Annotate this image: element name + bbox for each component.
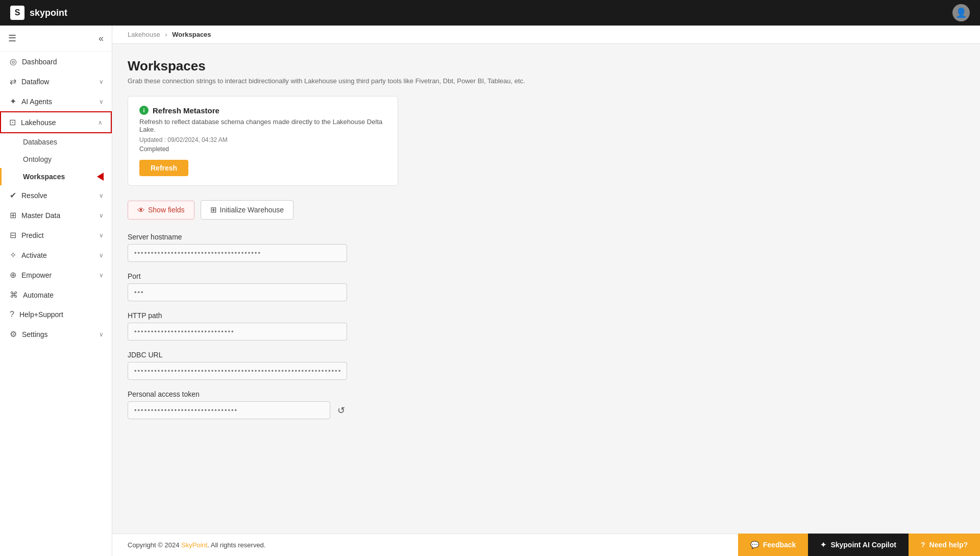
sidebar-sub-item-ontology[interactable]: Ontology (0, 151, 112, 168)
help-icon: ? (10, 310, 14, 319)
refresh-button[interactable]: Refresh (139, 160, 188, 176)
sidebar-item-master-data[interactable]: ⊞ Master Data ∨ (0, 205, 112, 225)
info-icon: i (139, 106, 149, 115)
app-logo: S skypoint (10, 6, 67, 20)
topbar: S skypoint 👤 (0, 0, 980, 26)
warehouse-icon: ⊞ (210, 205, 217, 214)
need-help-button[interactable]: ? Need help? (909, 534, 980, 556)
sidebar-item-label: Dataflow (21, 78, 49, 86)
sidebar-item-label: Predict (21, 231, 44, 239)
activate-icon: ✧ (10, 250, 16, 260)
chevron-down-icon: ∨ (99, 272, 104, 279)
port-label: Port (128, 272, 347, 280)
sidebar-item-automate[interactable]: ⌘ Automate (0, 285, 112, 305)
sidebar-controls: ☰ « (0, 26, 112, 52)
sidebar-item-dataflow[interactable]: ⇄ Dataflow ∨ (0, 71, 112, 91)
copilot-icon: ✦ (820, 541, 826, 549)
sidebar-sub-item-workspaces[interactable]: Workspaces (0, 168, 112, 185)
automate-icon: ⌘ (10, 290, 18, 300)
dataflow-icon: ⇄ (10, 77, 16, 86)
personal-token-group: Personal access token ↺ (128, 390, 347, 419)
bottom-action-bar: 💬 Feedback ✦ Skypoint AI Copilot ? Need … (738, 534, 980, 556)
jdbc-url-label: JDBC URL (128, 351, 347, 359)
sidebar-item-label: Lakehouse (21, 118, 56, 127)
resolve-icon: ✔ (10, 190, 16, 200)
chevron-down-icon: ∨ (99, 252, 104, 259)
sidebar-item-label: Dashboard (22, 58, 57, 66)
token-refresh-button[interactable]: ↺ (335, 403, 347, 418)
sidebar-item-label: Automate (23, 291, 54, 299)
sidebar-item-label: Settings (22, 330, 48, 339)
page-content: Workspaces Grab these connection strings… (112, 44, 980, 534)
sidebar-item-label: Empower (21, 271, 52, 279)
user-avatar[interactable]: 👤 (952, 4, 970, 21)
jdbc-url-input[interactable] (128, 362, 347, 380)
metastore-status: Completed (139, 146, 386, 153)
app-name: skypoint (30, 8, 67, 18)
sidebar-item-label: Resolve (21, 191, 47, 200)
chevron-down-icon: ∨ (99, 192, 104, 199)
sidebar-item-predict[interactable]: ⊟ Predict ∨ (0, 225, 112, 245)
jdbc-url-group: JDBC URL (128, 351, 347, 380)
feedback-button[interactable]: 💬 Feedback (738, 534, 808, 556)
page-title: Workspaces (128, 58, 965, 74)
sidebar-collapse-button[interactable]: « (99, 33, 104, 44)
content-area: Lakehouse › Workspaces Workspaces Grab t… (112, 26, 980, 556)
show-fields-button[interactable]: 👁 Show fields (128, 201, 194, 220)
menu-toggle-button[interactable]: ☰ (8, 33, 16, 44)
http-path-group: HTTP path (128, 311, 347, 341)
footer-brand-link[interactable]: SkyPoint (181, 541, 207, 549)
metastore-description: Refresh to reflect database schema chang… (139, 118, 386, 133)
breadcrumb-current: Workspaces (172, 31, 211, 38)
sidebar-item-settings[interactable]: ⚙ Settings ∨ (0, 324, 112, 344)
lakehouse-icon: ⊡ (9, 117, 16, 127)
chevron-down-icon: ∨ (99, 331, 104, 338)
sidebar-sub-item-databases[interactable]: Databases (0, 133, 112, 151)
sidebar-item-resolve[interactable]: ✔ Resolve ∨ (0, 185, 112, 205)
server-hostname-label: Server hostname (128, 233, 347, 241)
http-path-label: HTTP path (128, 311, 347, 320)
sidebar-item-empower[interactable]: ⊕ Empower ∨ (0, 265, 112, 285)
eye-icon: 👁 (137, 206, 145, 214)
personal-token-label: Personal access token (128, 390, 347, 398)
metastore-updated: Updated : 09/02/2024, 04:32 AM (139, 136, 386, 143)
metastore-card: i Refresh Metastore Refresh to reflect d… (128, 96, 398, 186)
sidebar-item-label: Master Data (21, 211, 60, 220)
initialize-warehouse-button[interactable]: ⊞ Initialize Warehouse (201, 200, 294, 220)
sidebar-item-label: Help+Support (19, 310, 63, 319)
port-input[interactable] (128, 283, 347, 301)
chevron-down-icon: ∨ (99, 98, 104, 105)
server-hostname-input[interactable] (128, 244, 347, 262)
sidebar-item-activate[interactable]: ✧ Activate ∨ (0, 245, 112, 265)
breadcrumb-parent: Lakehouse (128, 31, 160, 38)
sidebar-item-label: AI Agents (21, 98, 52, 106)
sidebar-item-help-support[interactable]: ? Help+Support (0, 305, 112, 324)
server-hostname-group: Server hostname (128, 233, 347, 262)
port-group: Port (128, 272, 347, 301)
predict-icon: ⊟ (10, 230, 16, 240)
master-data-icon: ⊞ (10, 210, 16, 220)
feedback-icon: 💬 (750, 541, 759, 549)
chevron-down-icon: ∨ (99, 232, 104, 239)
empower-icon: ⊕ (10, 270, 16, 280)
settings-icon: ⚙ (10, 329, 17, 339)
ai-agents-icon: ✦ (10, 96, 16, 106)
main-layout: ☰ « ◎ Dashboard ⇄ Dataflow ∨ ✦ AI Agents… (0, 26, 980, 556)
footer-copyright: Copyright © 2024 SkyPoint. All rights re… (128, 541, 265, 549)
http-path-input[interactable] (128, 323, 347, 341)
sidebar-item-dashboard[interactable]: ◎ Dashboard (0, 52, 112, 71)
metastore-title: Refresh Metastore (153, 106, 219, 115)
metastore-header: i Refresh Metastore (139, 106, 386, 115)
sidebar-item-ai-agents[interactable]: ✦ AI Agents ∨ (0, 91, 112, 111)
breadcrumb-separator: › (165, 31, 167, 38)
chevron-down-icon: ∨ (99, 212, 104, 219)
logo-icon: S (10, 6, 24, 20)
sidebar-item-lakehouse[interactable]: ⊡ Lakehouse ∧ (0, 111, 112, 133)
page-subtitle: Grab these connection strings to interac… (128, 77, 965, 85)
needhelp-icon: ? (921, 541, 925, 549)
active-arrow-icon (97, 173, 104, 181)
personal-token-input[interactable] (128, 401, 330, 419)
dashboard-icon: ◎ (10, 57, 17, 66)
chevron-down-icon: ∨ (99, 78, 104, 85)
copilot-button[interactable]: ✦ Skypoint AI Copilot (808, 534, 909, 556)
